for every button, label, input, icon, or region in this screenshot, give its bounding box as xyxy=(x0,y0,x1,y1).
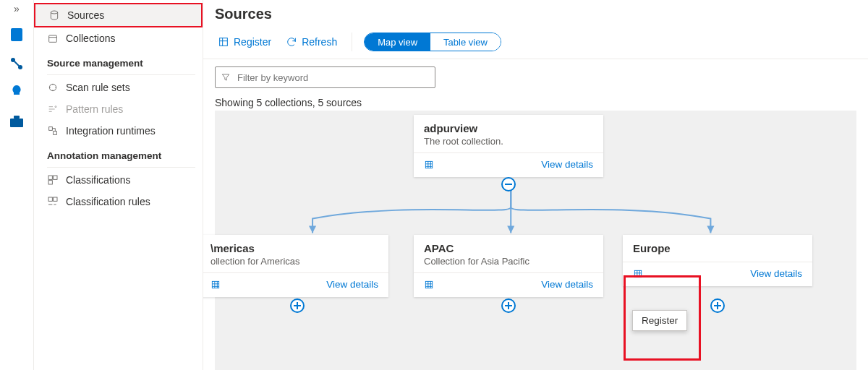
map-canvas[interactable]: adpurview The root collection. View deta… xyxy=(215,111,856,370)
svg-rect-21 xyxy=(212,281,218,288)
refresh-label: Refresh xyxy=(302,36,337,48)
svg-rect-20 xyxy=(425,161,432,168)
svg-point-7 xyxy=(49,84,56,90)
register-button[interactable]: Register xyxy=(215,33,274,51)
svg-marker-19 xyxy=(707,226,714,233)
toolbar: Register Refresh Map view Table view xyxy=(203,28,868,59)
svg-rect-22 xyxy=(425,281,432,288)
sidebar-section-source-mgmt: Source management xyxy=(34,49,203,73)
rail-idea-icon[interactable] xyxy=(8,84,25,101)
rail-data-icon[interactable] xyxy=(8,26,25,43)
rail-toolbox-icon[interactable] xyxy=(8,113,25,130)
sidebar-item-sources[interactable]: Sources xyxy=(34,3,203,27)
svg-rect-13 xyxy=(48,181,52,184)
card-subtitle: Collection for Asia Pacific xyxy=(424,256,593,267)
filter-row xyxy=(203,59,868,92)
expand-node-americas[interactable] xyxy=(290,298,305,313)
svg-point-8 xyxy=(55,106,56,108)
sidebar-item-label: Classification rules xyxy=(66,196,150,207)
table-view-toggle[interactable]: Table view xyxy=(430,33,501,51)
sidebar-item-label: Integration runtimes xyxy=(66,125,156,137)
card-subtitle: ollection for Americas xyxy=(210,256,378,267)
filter-input[interactable] xyxy=(215,66,435,88)
svg-rect-4 xyxy=(14,116,20,119)
card-header: Europe xyxy=(623,235,812,262)
svg-rect-10 xyxy=(54,132,57,135)
collections-icon xyxy=(47,33,59,44)
card-footer: View details xyxy=(203,273,388,297)
card-footer: View details xyxy=(414,273,603,297)
card-title: adpurview xyxy=(424,122,593,134)
card-title: Europe xyxy=(633,242,802,254)
view-details-link[interactable]: View details xyxy=(326,279,378,290)
divider xyxy=(47,74,195,75)
sidebar-item-classification-rules[interactable]: Classification rules xyxy=(34,191,203,212)
map-view-toggle[interactable]: Map view xyxy=(365,33,430,51)
card-title: \mericas xyxy=(210,242,378,254)
scan-icon xyxy=(47,82,59,93)
svg-rect-12 xyxy=(54,176,57,179)
svg-rect-11 xyxy=(48,176,52,179)
divider xyxy=(47,167,195,168)
result-count: Showing 5 collections, 5 sources xyxy=(203,92,868,111)
sidebar: Sources Collections Source management Sc… xyxy=(34,0,203,370)
sidebar-section-annotation-mgmt: Annotation management xyxy=(34,142,203,165)
sidebar-item-label: Classifications xyxy=(66,174,130,186)
register-label: Register xyxy=(234,36,271,48)
card-subtitle: The root collection. xyxy=(424,136,593,147)
classification-rules-icon xyxy=(47,196,59,207)
view-details-link[interactable]: View details xyxy=(750,268,802,279)
main: Sources Register Refresh Map view Table … xyxy=(203,0,868,370)
expand-rail-icon[interactable]: » xyxy=(14,3,20,14)
expand-node-apac[interactable] xyxy=(501,298,516,313)
card-header: adpurview The root collection. xyxy=(414,115,603,153)
grid-icon[interactable] xyxy=(424,160,434,170)
refresh-button[interactable]: Refresh xyxy=(283,33,340,51)
svg-marker-17 xyxy=(309,226,316,233)
view-details-link[interactable]: View details xyxy=(541,279,593,290)
svg-point-5 xyxy=(51,11,57,14)
card-header: APAC Collection for Asia Pacific xyxy=(414,235,603,273)
card-americas: \mericas ollection for Americas View det… xyxy=(203,235,388,297)
pattern-icon xyxy=(47,103,59,115)
sidebar-item-integration-runtimes[interactable]: Integration runtimes xyxy=(34,120,203,142)
grid-icon[interactable] xyxy=(210,280,221,290)
toolbar-divider xyxy=(352,33,352,51)
view-details-link[interactable]: View details xyxy=(541,159,593,170)
classifications-icon xyxy=(47,174,59,186)
svg-rect-9 xyxy=(49,127,53,131)
filter-wrap xyxy=(215,66,435,88)
svg-rect-3 xyxy=(10,119,23,127)
svg-rect-15 xyxy=(54,197,57,201)
integration-icon xyxy=(47,125,59,137)
sidebar-item-label: Pattern rules xyxy=(66,103,123,115)
filter-icon xyxy=(221,72,231,82)
card-title: APAC xyxy=(424,242,593,254)
sidebar-item-pattern-rules[interactable]: Pattern rules xyxy=(34,98,203,120)
collapse-node[interactable] xyxy=(501,177,516,192)
grid-icon[interactable] xyxy=(424,280,434,290)
sidebar-item-label: Scan rule sets xyxy=(66,82,130,93)
highlight-europe-register xyxy=(624,275,701,361)
page-title: Sources xyxy=(203,0,868,28)
sidebar-item-classifications[interactable]: Classifications xyxy=(34,169,203,191)
card-header: \mericas ollection for Americas xyxy=(203,235,388,273)
svg-rect-6 xyxy=(49,35,57,42)
sidebar-item-label: Collections xyxy=(66,33,115,44)
nav-rail: » xyxy=(0,0,34,370)
expand-node-europe[interactable] xyxy=(710,298,725,313)
sidebar-item-label: Sources xyxy=(67,9,104,21)
view-toggle: Map view Table view xyxy=(364,33,501,51)
card-apac: APAC Collection for Asia Pacific View de… xyxy=(414,235,603,297)
refresh-icon xyxy=(286,36,297,48)
rail-map-icon[interactable] xyxy=(8,55,25,72)
svg-marker-18 xyxy=(507,226,514,233)
svg-rect-0 xyxy=(11,28,22,41)
sidebar-item-scan-rule-sets[interactable]: Scan rule sets xyxy=(34,77,203,98)
app-root: » Sources Collections Source management … xyxy=(0,0,868,370)
sidebar-item-collections[interactable]: Collections xyxy=(34,27,203,49)
svg-rect-14 xyxy=(48,197,52,201)
svg-rect-16 xyxy=(220,38,228,46)
register-icon xyxy=(218,36,229,48)
card-footer: View details xyxy=(414,153,603,177)
